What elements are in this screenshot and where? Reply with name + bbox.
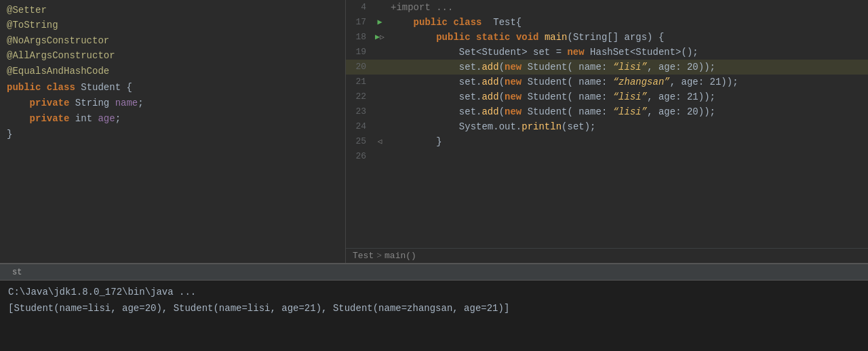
- keyword-private-1: private: [30, 98, 75, 108]
- class-close-brace: }: [7, 127, 345, 142]
- code-line-21: 21 set.add(new Student( name: “zhangsan”…: [346, 75, 868, 89]
- var-name: name: [115, 98, 138, 108]
- breadcrumb-method: main(): [384, 251, 416, 261]
- field-age-line: private int age;: [7, 111, 345, 127]
- left-code-panel: @Setter @ToString @NoArgsConstructor @Al…: [0, 0, 346, 263]
- line-content-4: +import ...: [388, 0, 868, 15]
- annotation-noargs: @NoArgsConstructor: [7, 33, 345, 48]
- line-content-19: Set<Student> set = new HashSet<Student>(…: [388, 45, 868, 60]
- run-icon-18[interactable]: ▶: [375, 30, 380, 45]
- line-number-4: 4: [346, 0, 372, 15]
- breadcrumb-class: Test: [353, 251, 374, 261]
- fold-icon-18[interactable]: ▷: [380, 30, 384, 45]
- line-content-23: set.add(new Student( name: “lisi”, age: …: [388, 104, 868, 119]
- line-content-18: public static void main(String[] args) {: [388, 30, 868, 45]
- code-lines-container: 4 +import ... 17 ▶ public class Test{ 18…: [346, 0, 868, 248]
- terminal-tab-label[interactable]: st: [7, 266, 27, 278]
- line-number-21: 21: [346, 75, 372, 89]
- line-number-25: 25: [346, 134, 372, 149]
- code-line-23: 23 set.add(new Student( name: “lisi”, ag…: [346, 104, 868, 119]
- field-name-line: private String name;: [7, 96, 345, 111]
- keyword-public: public: [7, 82, 47, 93]
- terminal-panel: st C:\Java\jdk1.8.0_172\bin\java ... [St…: [0, 263, 868, 351]
- class-declaration-line: public class Student {: [7, 80, 345, 96]
- annotation-equalshash: @EqualsAndHashCode: [7, 64, 345, 79]
- type-int: int: [75, 113, 98, 124]
- semicolon-2: ;: [115, 113, 121, 124]
- keyword-private-2: private: [30, 113, 75, 124]
- left-class-block: public class Student { private String na…: [7, 80, 345, 142]
- code-line-25: 25 ◁ }: [346, 134, 868, 149]
- var-age: age: [98, 113, 115, 124]
- code-line-24: 24 System.out.println(set);: [346, 119, 868, 134]
- code-line-20: 20 set.add(new Student( name: “lisi”, ag…: [346, 60, 868, 75]
- line-number-23: 23: [346, 104, 372, 119]
- code-line-22: 22 set.add(new Student( name: “lisi”, ag…: [346, 89, 868, 104]
- editor-main-area: @Setter @ToString @NoArgsConstructor @Al…: [0, 0, 868, 263]
- semicolon-1: ;: [138, 98, 143, 108]
- class-name-student: Student: [81, 82, 126, 93]
- fold-icon-25[interactable]: ◁: [378, 134, 382, 149]
- gutter-17[interactable]: ▶: [372, 15, 388, 30]
- code-line-18: 18 ▶▷ public static void main(String[] a…: [346, 30, 868, 45]
- line-content-22: set.add(new Student( name: “lisi”, age: …: [388, 89, 868, 104]
- line-number-18: 18: [346, 30, 372, 45]
- line-content-21: set.add(new Student( name: “zhangsan”, a…: [388, 75, 868, 89]
- code-editor: 4 +import ... 17 ▶ public class Test{ 18…: [346, 0, 868, 263]
- gutter-18[interactable]: ▶▷: [372, 30, 388, 45]
- line-content-25: }: [388, 134, 868, 149]
- breadcrumb: Test > main(): [346, 248, 868, 263]
- gutter-25: ◁: [372, 134, 388, 149]
- open-brace: {: [126, 82, 132, 93]
- line-content-17: public class Test{: [388, 15, 868, 30]
- close-brace: }: [7, 129, 12, 140]
- right-code-panel: 4 +import ... 17 ▶ public class Test{ 18…: [346, 0, 868, 263]
- terminal-content: C:\Java\jdk1.8.0_172\bin\java ... [Stude…: [0, 281, 868, 351]
- annotations-block: @Setter @ToString @NoArgsConstructor @Al…: [7, 3, 345, 79]
- keyword-class: class: [47, 82, 81, 93]
- breadcrumb-sep: >: [376, 251, 382, 261]
- type-string: String: [75, 98, 115, 108]
- line-number-26: 26: [346, 149, 372, 164]
- line-content-24: System.out.println(set);: [388, 119, 868, 134]
- code-line-4: 4 +import ...: [346, 0, 868, 15]
- line-number-17: 17: [346, 15, 372, 30]
- annotation-tostring: @ToString: [7, 18, 345, 33]
- annotation-setter: @Setter: [7, 3, 345, 18]
- run-icon-17[interactable]: ▶: [377, 15, 382, 30]
- code-line-19: 19 Set<Student> set = new HashSet<Studen…: [346, 45, 868, 60]
- terminal-output: [Student(name=lisi, age=20), Student(nam…: [8, 301, 860, 317]
- terminal-tab-bar: st: [0, 264, 868, 281]
- code-line-17: 17 ▶ public class Test{: [346, 15, 868, 30]
- line-number-22: 22: [346, 89, 372, 104]
- line-number-24: 24: [346, 119, 372, 134]
- annotation-allargs: @AllArgsConstructor: [7, 48, 345, 63]
- code-line-26: 26: [346, 149, 868, 164]
- line-content-20: set.add(new Student( name: “lisi”, age: …: [388, 60, 868, 75]
- line-number-20: 20: [346, 60, 372, 75]
- terminal-command: C:\Java\jdk1.8.0_172\bin\java ...: [8, 285, 860, 301]
- line-number-19: 19: [346, 45, 372, 60]
